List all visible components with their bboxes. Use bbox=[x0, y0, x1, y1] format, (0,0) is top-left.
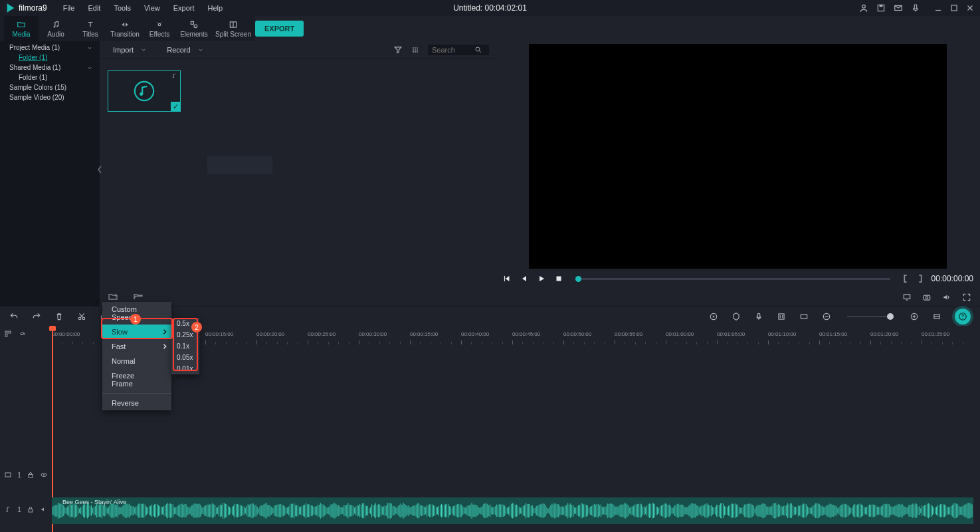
ruler-label: 00:01:25:00 bbox=[922, 331, 949, 337]
zoom-slider-thumb[interactable] bbox=[887, 313, 894, 320]
step-back-button[interactable] bbox=[520, 274, 529, 283]
mail-icon[interactable] bbox=[894, 3, 903, 13]
preview-viewport[interactable] bbox=[529, 44, 947, 269]
display-icon[interactable] bbox=[902, 293, 912, 302]
svg-rect-52 bbox=[779, 314, 784, 319]
ctx-separator bbox=[102, 393, 171, 394]
scrub-bar[interactable] bbox=[575, 278, 890, 280]
slow-option-01x[interactable]: 0.1x bbox=[171, 340, 199, 352]
mark-in-icon[interactable] bbox=[902, 275, 909, 283]
lock-icon[interactable] bbox=[27, 505, 35, 513]
slow-option-005x[interactable]: 0.05x bbox=[171, 352, 199, 363]
undo-icon[interactable] bbox=[9, 312, 19, 321]
svg-point-11 bbox=[158, 23, 161, 26]
snapshot-icon[interactable] bbox=[922, 293, 932, 302]
mic-icon[interactable] bbox=[911, 3, 920, 13]
save-icon[interactable] bbox=[876, 3, 886, 13]
marker-icon[interactable] bbox=[732, 312, 741, 321]
tab-elements[interactable]: Elements bbox=[177, 16, 211, 41]
cut-icon[interactable] bbox=[77, 312, 86, 321]
split-screen-icon bbox=[228, 20, 239, 29]
lock-icon[interactable] bbox=[27, 471, 35, 479]
menu-edit[interactable]: Edit bbox=[81, 1, 107, 15]
mark-out-icon[interactable] bbox=[917, 275, 924, 283]
tab-effects[interactable]: Effects bbox=[142, 16, 177, 41]
player-timecode: 00:00:00:00 bbox=[931, 274, 973, 283]
redo-icon[interactable] bbox=[32, 312, 41, 321]
menu-view[interactable]: View bbox=[138, 1, 167, 15]
ctx-fast[interactable]: Fast bbox=[102, 339, 171, 354]
minimize-icon[interactable] bbox=[933, 3, 943, 13]
tab-split-screen[interactable]: Split Screen bbox=[211, 16, 255, 41]
media-clip-audio[interactable]: ✓ bbox=[108, 70, 181, 112]
menu-tools[interactable]: Tools bbox=[107, 1, 138, 15]
folder-open-icon[interactable] bbox=[132, 291, 145, 302]
ctx-freeze-frame[interactable]: Freeze Frame bbox=[102, 368, 171, 391]
audio-clip[interactable] bbox=[52, 497, 973, 524]
tab-audio[interactable]: Audio bbox=[39, 16, 73, 41]
ctx-slow[interactable]: Slow bbox=[102, 325, 171, 339]
import-dropdown[interactable]: Import bbox=[113, 46, 147, 54]
scrub-head[interactable] bbox=[575, 276, 581, 282]
sidebar-item-shared-media[interactable]: Shared Media (1) bbox=[0, 63, 100, 72]
export-button[interactable]: EXPORT bbox=[255, 21, 304, 37]
volume-icon[interactable] bbox=[941, 293, 952, 302]
account-icon[interactable] bbox=[859, 3, 868, 13]
stop-button[interactable] bbox=[554, 274, 563, 283]
zoom-fit-icon[interactable] bbox=[932, 312, 941, 321]
svg-rect-4 bbox=[914, 5, 917, 9]
app-name: filmora9 bbox=[19, 3, 47, 13]
grid-view-icon[interactable] bbox=[411, 45, 420, 55]
render-icon[interactable] bbox=[709, 312, 718, 321]
ctx-reverse[interactable]: Reverse bbox=[102, 396, 171, 410]
search-input[interactable] bbox=[432, 46, 474, 54]
maximize-icon[interactable] bbox=[949, 3, 959, 13]
audio-track-header[interactable]: 1 bbox=[4, 505, 48, 513]
tab-media[interactable]: Media bbox=[4, 16, 39, 41]
fullscreen-icon[interactable] bbox=[961, 293, 972, 302]
sidebar-item-project-media[interactable]: Project Media (1) bbox=[0, 43, 100, 53]
sidebar-item-folder-2[interactable]: Folder (1) bbox=[0, 72, 100, 82]
sidebar-item-sample-colors[interactable]: Sample Colors (15) bbox=[0, 82, 100, 92]
zoom-in-icon[interactable] bbox=[910, 312, 919, 321]
delete-icon[interactable] bbox=[54, 312, 64, 321]
new-folder-icon[interactable] bbox=[106, 291, 120, 302]
svg-rect-2 bbox=[880, 5, 883, 7]
record-dropdown[interactable]: Record bbox=[167, 46, 203, 54]
aspect-icon[interactable] bbox=[799, 312, 809, 321]
waveform bbox=[52, 497, 973, 524]
eye-icon[interactable] bbox=[40, 471, 48, 479]
zoom-out-icon[interactable] bbox=[822, 312, 831, 321]
speaker-icon[interactable] bbox=[40, 505, 48, 513]
main-menu-bar: File Edit Tools View Export Help bbox=[56, 1, 229, 15]
close-icon[interactable] bbox=[965, 3, 975, 13]
manage-tracks-icon[interactable] bbox=[4, 330, 12, 338]
sidebar-item-sample-video[interactable]: Sample Video (20) bbox=[0, 92, 100, 102]
link-icon[interactable] bbox=[19, 330, 27, 338]
search-field[interactable] bbox=[428, 45, 489, 55]
slow-option-001x[interactable]: 0.01x bbox=[171, 363, 199, 374]
mixer-icon[interactable] bbox=[777, 312, 786, 321]
play-button[interactable] bbox=[537, 274, 546, 283]
ruler-label: 00:00:25:00 bbox=[308, 331, 336, 337]
audio-track-icon bbox=[4, 505, 12, 513]
video-track-header[interactable]: 1 bbox=[4, 471, 48, 479]
svg-point-15 bbox=[194, 25, 197, 28]
svg-rect-36 bbox=[904, 295, 910, 299]
zoom-slider[interactable] bbox=[847, 316, 894, 317]
menu-help[interactable]: Help bbox=[201, 1, 230, 15]
chevron-right-icon bbox=[162, 344, 167, 349]
svg-rect-35 bbox=[557, 277, 561, 281]
tab-transition[interactable]: Transition bbox=[108, 16, 142, 41]
help-button[interactable] bbox=[955, 309, 971, 325]
menu-file[interactable]: File bbox=[56, 1, 82, 15]
tab-titles[interactable]: Titles bbox=[73, 16, 108, 41]
ruler-label: 00:01:20:00 bbox=[870, 331, 898, 337]
svg-point-0 bbox=[862, 5, 866, 8]
menu-export[interactable]: Export bbox=[167, 1, 201, 15]
prev-frame-button[interactable] bbox=[502, 274, 512, 283]
ctx-normal[interactable]: Normal bbox=[102, 354, 171, 368]
voiceover-icon[interactable] bbox=[754, 312, 763, 321]
sidebar-item-folder-1[interactable]: Folder (1) bbox=[0, 53, 100, 63]
filter-icon[interactable] bbox=[393, 45, 403, 55]
